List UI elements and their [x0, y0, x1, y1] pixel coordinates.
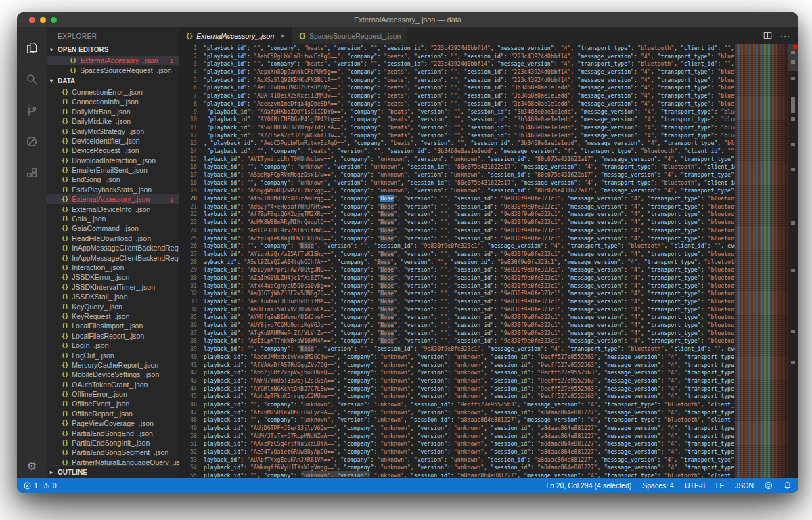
code-line[interactable]: 16layback_id": "", "company": "unknown",…: [179, 163, 735, 171]
problems-warnings[interactable]: ⚠ 0: [43, 481, 57, 490]
code-line[interactable]: 54playback_id": "AWkmgff6VyHJTXsWlgVmgg=…: [179, 464, 735, 472]
code-line[interactable]: 39layback_id": "", "company": "Bose", "v…: [179, 345, 735, 353]
code-line[interactable]: 35layback_id": "AYMffg9eBIWwou/UIdJveA==…: [179, 313, 735, 322]
outline-section-header[interactable]: ▸ OUTLINE: [47, 465, 179, 478]
code-line[interactable]: 4"playback_id": "AepxXn8Dp9anNkCFbPUW5g=…: [179, 68, 735, 77]
file-tree-item[interactable]: {}Interaction_.json: [47, 263, 179, 272]
file-tree-item[interactable]: {}EsdkPlaybackStats_.json: [47, 185, 179, 194]
code-line[interactable]: 28ayback_id": "ASsl9ZLVQIaA04tghGIhfA=="…: [179, 259, 735, 267]
more-actions-icon[interactable]: ···: [780, 31, 790, 41]
code-line[interactable]: 45playback_id": "AbhJpTFknX5rrgqcC2MUmw=…: [179, 393, 735, 401]
file-tree-item[interactable]: {}DailyMixLike_.json: [47, 116, 179, 126]
notifications-bell-icon[interactable]: [784, 481, 792, 490]
file-tree-item[interactable]: {}JSSDKError_.json: [47, 272, 179, 282]
file-tree-item[interactable]: {}EndSong_.json: [47, 175, 179, 184]
indentation-setting[interactable]: Spaces: 4: [642, 481, 674, 490]
code-line[interactable]: 37layback_id": "ATgKuUAHMWePrZf/VLVrZw==…: [179, 330, 735, 338]
file-tree-item[interactable]: {}DailyMixBan_.json: [47, 107, 179, 116]
code-line[interactable]: 41playback_id": "AfVAAwDfAS7Rd6ggZVv7DQ=…: [179, 362, 735, 370]
code-line[interactable]: 33layback_id": "AeFAudmalJERucUvDi+fMA==…: [179, 298, 735, 306]
file-tree-item[interactable]: {}ExternalAccessory_.json1: [47, 194, 179, 204]
code-line[interactable]: 12 "playback_id": "AZZE5eA2pY3/7yWGkbYI1…: [179, 132, 735, 140]
code-line[interactable]: 6"playback_id": "AeEI0uQmuJ94U2Gts8YBVg=…: [179, 84, 735, 92]
file-tree-item[interactable]: {}PageViewCoverage_.json: [47, 418, 179, 428]
code-line[interactable]: 29layback_id": "AbiDynXrpr1FA27UQtgJNQ==…: [179, 266, 735, 274]
code-line[interactable]: 10 "playback_id": "AY0fBtCNFDGzP41g7P42t…: [179, 116, 735, 124]
file-tree-item[interactable]: {}OAuthTokenGrant_.json: [47, 380, 179, 389]
file-tree-item[interactable]: {}MercuryCacheReport_.json: [47, 360, 179, 370]
gear-icon[interactable]: ⚙: [17, 460, 47, 473]
code-line[interactable]: 53layback_id": "AUApfTKxgEeuKAnJXR81VA==…: [179, 456, 735, 464]
file-tree-item[interactable]: {}Gaia_.json: [47, 214, 179, 223]
code-line[interactable]: 3"playback_id": "", "company": "beats", …: [179, 60, 735, 68]
code-line[interactable]: 8"playback_id": "Aeeezvm1meDfqa4gDbeSDA=…: [179, 100, 735, 108]
code-line[interactable]: 43playback_id": "AWn9/WmQ5T3zwbjl2slG5A=…: [179, 377, 735, 385]
code-editor[interactable]: 1"playback_id": "", "company": "beats", …: [179, 44, 798, 478]
code-line[interactable]: 31layback_id": "Afx44uaCgnyeU5OOsa0vbg==…: [179, 282, 735, 290]
code-line[interactable]: 32layback_id": "AaQJGTjWhZJ3E2w58N6g7Q==…: [179, 290, 735, 298]
cursor-position[interactable]: Ln 20, Col 294 (4 selected): [546, 481, 631, 490]
source-control-icon[interactable]: [17, 95, 47, 126]
file-tree-item[interactable]: {}LogIn_.json: [47, 341, 179, 350]
code-line[interactable]: 5"playback_id": "AcXSzSlQ9ZKBHKuFN3BLlA=…: [179, 77, 735, 85]
open-editor-item[interactable]: {}SpacesSourceRequest_.json: [47, 65, 179, 74]
code-line[interactable]: 44playback_id": "AYGMlmNGKcNtOnB27C7LSw=…: [179, 385, 735, 393]
code-line[interactable]: 26layback_id": "", "company": "Bose", "v…: [179, 242, 735, 251]
code-line[interactable]: 42playback_id": "Ab5/jGBf2xppVwjboDU6iQ=…: [179, 369, 735, 377]
code-line[interactable]: 38layback_id": "AdIiLpKT7hkWB+aW16WM4A==…: [179, 337, 735, 345]
file-tree-item[interactable]: {}OfflineError_.json: [47, 389, 179, 399]
code-line[interactable]: 48playback_id": "", "company": "unknown"…: [179, 416, 735, 425]
file-tree-item[interactable]: {}PartialEndSongInit_.json: [47, 438, 179, 448]
minimap[interactable]: [735, 44, 788, 478]
extensions-icon[interactable]: [17, 157, 47, 188]
code-line[interactable]: 24layback_id": "AdTCP3UR+9rv/hlh5lfdWQ==…: [179, 227, 735, 235]
code-line[interactable]: 20layback_id": "AfoulRRMdBVbXUSrAmUzqg==…: [179, 195, 735, 203]
file-tree-item[interactable]: {}EmailerEmailSent_.json: [47, 165, 179, 175]
file-tree-item[interactable]: {}InAppMessageClientBackendRequestErro…: [47, 243, 179, 253]
zoom-window-button[interactable]: [51, 17, 57, 23]
data-section-header[interactable]: ▾ DATA: [47, 75, 179, 87]
file-tree-item[interactable]: {}PartialEndSongEnd_.json: [47, 428, 179, 437]
code-line[interactable]: 47playback_id": "Af2nM+SDInVOhGiHoFyc9A=…: [179, 409, 735, 417]
close-tab-icon[interactable]: ×: [280, 32, 284, 40]
file-tree-item[interactable]: {}OfflineEvent_.json: [47, 399, 179, 408]
code-line[interactable]: 27layback_id": "AYiuvkiQr/aZ5AfTzK1Shg==…: [179, 251, 735, 259]
code-line[interactable]: 2"playback_id": "AebC5PgLbWlmRitwvEzAgQ=…: [179, 53, 735, 61]
file-tree-item[interactable]: {}JSSDKIntervalTimer_.json: [47, 282, 179, 292]
code-line[interactable]: 25layback_id": "AZtplqIeKXmjDUWJCkQ2uQ==…: [179, 235, 735, 243]
file-tree-item[interactable]: {}LogOut_.json: [47, 350, 179, 360]
code-line[interactable]: 7"playback_id": "AQAT410eiX2sKxzi1ZMM3w=…: [179, 92, 735, 100]
file-tree-item[interactable]: {}InAppMessageClientBackendRequestPerf…: [47, 253, 179, 262]
file-tree-item[interactable]: {}DeviceIdentifier_.json: [47, 136, 179, 146]
code-line[interactable]: 17layback_id": "ASpeMpFCpRVmMoqzDsx1/w==…: [179, 171, 735, 179]
minimize-window-button[interactable]: [40, 17, 46, 23]
code-line[interactable]: 13, "playback_id": "AebC5PgLbWlmRitwvEzA…: [179, 139, 735, 148]
code-line[interactable]: 40playback_id": "AbdmJMMxdxivVxoSM2GCjw=…: [179, 353, 735, 362]
search-icon[interactable]: [17, 64, 47, 95]
file-tree-item[interactable]: {}PartialEndSongSegment_.json: [47, 448, 179, 457]
file-tree-item[interactable]: {}ExternalDeviceInfo_.json: [47, 204, 179, 213]
open-editors-section-header[interactable]: ▾ OPEN EDITORS: [47, 43, 179, 56]
file-tree-item[interactable]: {}MobileDeviceSettings_.json: [47, 370, 179, 379]
code-line[interactable]: 18layback_id": "", "company": "unknown",…: [179, 179, 735, 188]
eol-setting[interactable]: LF: [716, 481, 724, 490]
code-line[interactable]: 49playback_id": "AUjDGTPF+JEe/3JjlpV6Qw=…: [179, 425, 735, 433]
problems-errors[interactable]: 1: [24, 481, 38, 490]
encoding-setting[interactable]: UTF-8: [685, 481, 705, 490]
split-editor-icon[interactable]: [763, 31, 772, 40]
code-line[interactable]: 46playback_id": "", "company": "unknown"…: [179, 401, 735, 409]
code-line[interactable]: 11 "playback_id": "ASuERUHAU3ZYHzgZ1dgCe…: [179, 124, 735, 132]
code-line[interactable]: 30layback_id": "AZaIhG0ULZH4jc1fXi8ZTA==…: [179, 274, 735, 282]
file-tree-item[interactable]: {}KeyRequest_.json: [47, 311, 179, 321]
file-tree-item[interactable]: {}OfflineReport_.json: [47, 409, 179, 418]
code-line[interactable]: 34layback_id": "AaBTinm+5WlvVZ3DvbDoCA==…: [179, 306, 735, 314]
file-tree-item[interactable]: {}LocalFilesImport_.json: [47, 321, 179, 330]
file-tree-item[interactable]: {}ConnectionError_.json: [47, 87, 179, 97]
code-line[interactable]: 9 "playback_id": "AQafpHKbbZOdY1sOiIQDYQ…: [179, 108, 735, 116]
file-tree-item[interactable]: {}DeviceRequest_.json: [47, 146, 179, 155]
file-tree-item[interactable]: {}LocalFilesReport_.json: [47, 331, 179, 341]
code-line[interactable]: 23layback_id": "AdMK8W8BmARyMIHrQooplQ==…: [179, 219, 735, 227]
open-editor-item[interactable]: {}ExternalAccessory_.json1: [47, 56, 179, 65]
code-line[interactable]: 51playback_id": "AXxzPzCSq4rifNuSxdEQYA=…: [179, 440, 735, 448]
file-tree-item[interactable]: {}KeyQuery_.json: [47, 301, 179, 311]
